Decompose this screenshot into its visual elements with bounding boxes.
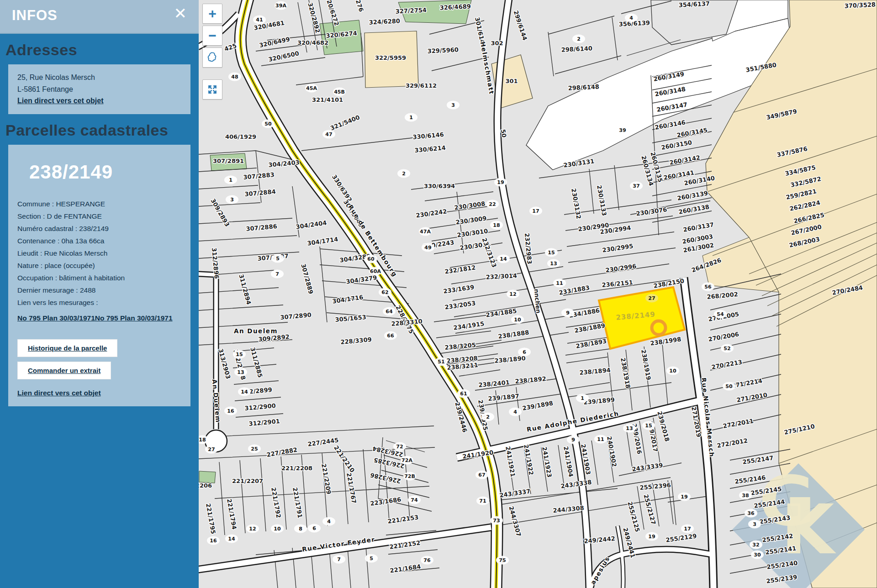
address-bubble-number: 41	[256, 17, 263, 23]
parcel-label: 50	[499, 129, 507, 138]
address-bubble-number: 62	[381, 289, 388, 295]
address-bubble-number: 4	[513, 409, 517, 415]
parcel-card: 238/2149 Commune : HESPERANGESection : D…	[8, 145, 190, 407]
address-bubble-number: 14	[500, 256, 507, 262]
parcel-detail-line: Contenance : 0ha 13a 66ca	[17, 235, 181, 247]
parcel-direct-link[interactable]: Lien direct vers cet objet	[17, 388, 101, 399]
address-bubble-number: 67	[478, 472, 485, 478]
address-bubble-number: 1	[581, 395, 584, 401]
address-bubble-number: 16	[227, 408, 234, 414]
parcel-label: 221/2206	[199, 482, 212, 489]
address-bubble-number: 32	[752, 542, 759, 548]
cadastral-map[interactable]: G K 320/4681320/2892320/6272276320/62743…	[199, 0, 877, 588]
address-bubble-number: 1	[229, 177, 232, 183]
address-bubble-number: 18	[199, 437, 206, 443]
address-bubble-number: 61	[460, 391, 467, 397]
address-bubble-number: 10	[514, 317, 521, 323]
parcel-action-button[interactable]: Historique de la parcelle	[17, 339, 117, 357]
parcel-detail-line: Commune : HESPERANGE	[17, 198, 181, 210]
address-bubble-number: 11	[556, 280, 563, 286]
luxembourg-extent-button[interactable]	[202, 47, 222, 68]
mesurage-links: No 795 Plan 30/03/1971No 795 Plan 30/03/…	[17, 309, 181, 324]
address-bubble-number: 45A	[306, 85, 317, 91]
address-bubble-number: 49	[424, 245, 431, 251]
info-panel: INFOS ✕ Adresses 25, Rue Nicolas Mersch …	[0, 0, 199, 588]
parcel-label: 321/4101	[312, 96, 343, 103]
parcelles-heading: Parcelles cadastrales	[5, 121, 199, 139]
parcel-detail-line: Dernier mesurage : 2488	[17, 284, 181, 297]
address-bubble-number: 66	[387, 333, 394, 339]
address-bubble-number: 18	[493, 222, 500, 228]
fullscreen-button[interactable]	[202, 79, 222, 100]
map-viewport[interactable]: G K 320/4681320/2892320/6272276320/62743…	[199, 0, 877, 588]
parcel-label: 330/6394	[424, 183, 455, 189]
zoom-out-button[interactable]: −	[202, 26, 222, 46]
address-bubble-number: 72	[396, 444, 403, 450]
address-bubble-number: 37	[633, 183, 639, 189]
address-bubble-number: 16	[210, 538, 217, 544]
map-controls: + −	[202, 4, 222, 101]
address-bubble-number: 54	[717, 311, 724, 317]
info-panel-body: Adresses 25, Rue Nicolas Mersch L-5861 F…	[0, 41, 199, 406]
address-bubble-number: 36	[747, 510, 755, 516]
address-bubble-number: 17	[684, 526, 691, 532]
address-bubble-number: 50	[725, 383, 733, 389]
parcel-label: 322/5959	[375, 54, 406, 61]
address-bubble-number: 5	[370, 556, 373, 562]
parcel-label: 301	[505, 78, 518, 84]
address-bubble-number: 19	[681, 494, 687, 500]
address-bubble-number: 14	[228, 536, 235, 542]
mesurage-link[interactable]: No 795 Plan 30/03/1971	[17, 313, 95, 324]
street-name-label: An Duelem	[234, 327, 278, 335]
address-bubble-number: 47	[325, 131, 332, 137]
address-bubble-number: 56	[704, 284, 712, 290]
parcel-detail-line: Occupation : bâtiment à habitation	[17, 272, 181, 284]
address-bubble-number: 15	[548, 250, 555, 256]
address-bubble-number: 6	[312, 525, 316, 531]
close-icon[interactable]: ✕	[174, 5, 187, 21]
address-bubble-number: 15	[236, 352, 243, 357]
address-bubble-number: 5	[276, 256, 280, 262]
watermark-letter-k: K	[781, 490, 836, 569]
address-bubble-number: 39A	[275, 3, 286, 9]
address-bubble-number: 7	[337, 556, 341, 562]
parcel-detail-line: Lien vers les mesurages :	[17, 297, 181, 309]
address-bubble-number: 10	[669, 368, 676, 374]
address-bubble-number: 2	[577, 36, 581, 42]
parcel-label: 302	[491, 40, 503, 47]
address-card: 25, Rue Nicolas Mersch L-5861 Fentange L…	[8, 64, 190, 114]
address-bubble-number: 2	[402, 171, 406, 177]
address-bubble-number: 6	[523, 349, 526, 355]
address-bubble-number: 75	[499, 557, 506, 563]
address-bubble-number: 11	[597, 436, 604, 442]
address-bubble-number: 14	[241, 389, 248, 395]
parcel-action-button[interactable]: Commander un extrait	[17, 362, 111, 379]
address-bubble-number: 27	[208, 446, 215, 452]
address-bubble-number: 12	[509, 291, 516, 297]
address-bubble-number: 60A	[370, 268, 381, 274]
address-bubble-number: 60	[367, 256, 375, 262]
parcel-detail-line: Section : D de FENTANGE	[17, 210, 181, 223]
zoom-in-button[interactable]: +	[202, 4, 222, 24]
address-bubble-number: 27	[648, 295, 655, 301]
address-bubble-number: 72B	[404, 473, 415, 479]
parcel-label: 329/6112	[406, 82, 437, 89]
green-parcel	[199, 471, 216, 483]
address-bubble-number: 2	[486, 414, 490, 420]
parcel-details: Commune : HESPERANGESection : D de FENTA…	[17, 198, 181, 309]
address-bubble-number: 3	[753, 521, 756, 527]
address-bubble-number: 4	[327, 519, 331, 525]
address-bubble-number: 13	[626, 425, 633, 431]
address-bubble-number: 13	[550, 261, 557, 267]
address-bubble-number: 50	[264, 121, 272, 127]
mesurage-link[interactable]: No 795 Plan 30/03/1971	[95, 313, 173, 324]
address-bubble-number: 48	[231, 74, 238, 80]
address-direct-link[interactable]: Lien direct vers cet objet	[17, 95, 104, 107]
parcel-label: 307/2891	[213, 158, 244, 164]
address-line-1: 25, Rue Nicolas Mersch	[17, 72, 181, 84]
parcel-label: 320/4682	[297, 39, 328, 46]
adresses-heading: Adresses	[5, 41, 199, 59]
info-panel-header: INFOS ✕	[0, 0, 199, 34]
parcel-label: 221/2208	[281, 465, 312, 472]
address-bubble-number: 71	[479, 498, 486, 504]
